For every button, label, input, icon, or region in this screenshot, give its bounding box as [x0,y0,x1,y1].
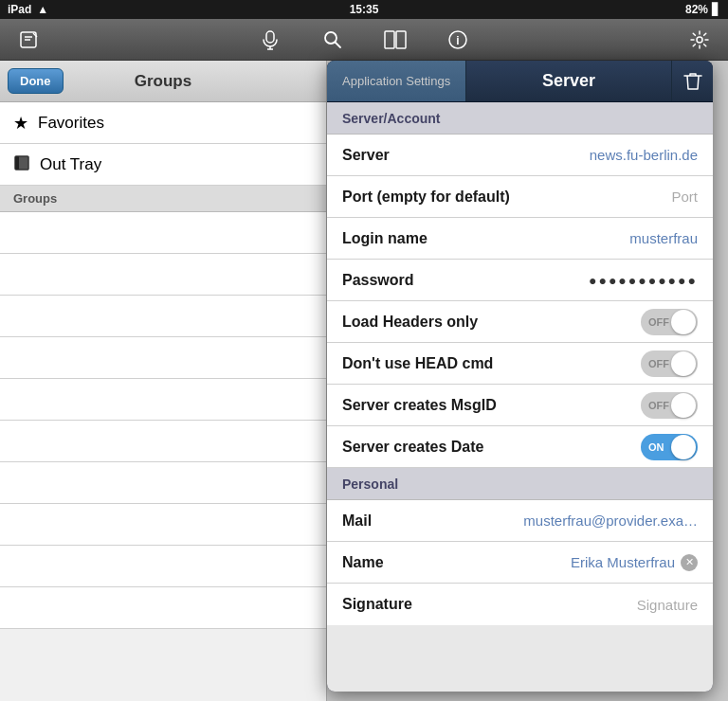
done-button[interactable]: Done [8,68,64,94]
status-bar-right: 82% ▋ [685,3,720,16]
list-row[interactable] [0,546,326,587]
section1-label: Server/Account [342,111,440,126]
star-icon: ★ [13,113,28,134]
list-row[interactable] [0,296,326,337]
signature-label: Signature [342,596,412,613]
columns-icon[interactable] [378,23,412,57]
modal-tab-label: Application Settings [342,74,450,88]
port-row[interactable]: Port (empty for default) Port [327,176,713,218]
status-bar-left: iPad ▲ [8,3,48,16]
status-bar: iPad ▲ 15:35 82% ▋ [0,0,728,19]
svg-line-8 [336,42,341,47]
svg-rect-10 [396,31,406,48]
notebook-icon [13,154,30,175]
login-label: Login name [342,230,428,247]
load-headers-toggle[interactable]: OFF [641,309,698,335]
left-panel: Done Groups ★ Favorites Out Tray Groups [0,61,327,701]
wifi-icon: ▲ [37,3,48,16]
modal-header: Application Settings Server [327,61,713,102]
list-row[interactable] [0,254,326,296]
device-label: iPad [8,3,31,16]
favorites-item[interactable]: ★ Favorites [0,102,326,144]
toggle-off-label2: OFF [648,358,669,369]
clear-name-button[interactable]: ✕ [681,554,698,571]
toggle-thumb2 [671,351,696,376]
list-row[interactable] [0,587,326,629]
name-row[interactable]: Name Erika Musterfrau ✕ [327,542,713,584]
toggle-thumb3 [671,393,696,418]
groups-header: Done Groups [0,61,326,102]
delete-button[interactable] [671,61,713,101]
list-row[interactable] [0,421,326,462]
list-row[interactable] [0,504,326,546]
signature-value: Signature [637,597,698,613]
head-cmd-row[interactable]: Don't use HEAD cmd OFF [327,343,713,385]
server-label: Server [342,147,390,164]
status-bar-time: 15:35 [350,3,379,16]
mail-row[interactable]: Mail musterfrau@provider.exa… [327,500,713,542]
toggle-thumb [671,310,696,334]
login-row[interactable]: Login name musterfrau [327,218,713,260]
toggle-off-label: OFF [648,316,669,328]
svg-rect-4 [266,31,274,43]
list-row[interactable] [0,462,326,504]
load-headers-row[interactable]: Load Headers only OFF [327,301,713,343]
main-layout: Done Groups ★ Favorites Out Tray Groups [0,61,728,701]
port-label: Port (empty for default) [342,189,510,206]
toggle-off-label3: OFF [648,400,669,411]
groups-section-header: Groups [0,186,326,212]
out-tray-label: Out Tray [40,155,101,174]
server-account-header: Server/Account [327,102,713,135]
load-headers-label: Load Headers only [342,314,478,331]
svg-rect-9 [385,31,394,48]
name-value-group: Erika Musterfrau ✕ [571,554,698,571]
password-value: ●●●●●●●●●●● [589,273,698,288]
svg-text:i: i [456,34,459,47]
date-toggle[interactable]: ON [641,434,698,460]
login-value: musterfrau [629,230,698,246]
msgid-row[interactable]: Server creates MsgID OFF [327,385,713,426]
info-icon[interactable]: i [441,23,475,57]
svg-rect-15 [15,156,19,170]
password-label: Password [342,272,414,289]
groups-title: Groups [135,72,191,91]
signature-row[interactable]: Signature Signature [327,584,713,625]
modal-tab[interactable]: Application Settings [327,61,466,101]
mail-label: Mail [342,512,372,530]
compose-icon[interactable] [11,23,46,57]
msgid-toggle[interactable]: OFF [641,392,698,419]
section2-label: Personal [342,476,398,492]
svg-point-13 [697,37,702,43]
port-value: Port [671,189,698,205]
toggle-thumb4 [671,435,696,459]
microphone-icon[interactable] [253,23,287,57]
battery-label: 82% [685,3,708,16]
modal-title: Server [466,71,671,91]
groups-section-label: Groups [13,191,57,206]
toggle-on-label: ON [648,441,664,453]
favorites-label: Favorites [38,114,104,133]
date-label: Server creates Date [342,439,483,456]
head-cmd-toggle[interactable]: OFF [641,350,698,377]
list-row[interactable] [0,379,326,421]
msgid-label: Server creates MsgID [342,397,497,414]
toolbar: i [0,19,728,61]
date-row[interactable]: Server creates Date ON [327,426,713,468]
password-row[interactable]: Password ●●●●●●●●●●● [327,260,713,301]
group-list-rows [0,212,326,701]
server-value: news.fu-berlin.de [590,147,698,163]
mail-value: musterfrau@provider.exa… [523,512,698,529]
out-tray-item[interactable]: Out Tray [0,144,326,186]
list-row[interactable] [0,212,326,254]
server-row[interactable]: Server news.fu-berlin.de [327,135,713,176]
name-label: Name [342,554,384,571]
list-row[interactable] [0,337,326,379]
right-panel: Application Settings Server Server/Accou… [327,61,728,701]
modal-content: Server/Account Server news.fu-berlin.de … [327,102,713,692]
search-icon[interactable] [316,23,350,57]
settings-modal: Application Settings Server Server/Accou… [327,61,713,692]
toolbar-center-icons: i [253,23,475,57]
name-value: Erika Musterfrau [571,554,675,570]
gear-icon[interactable] [682,23,717,57]
personal-header: Personal [327,468,713,500]
